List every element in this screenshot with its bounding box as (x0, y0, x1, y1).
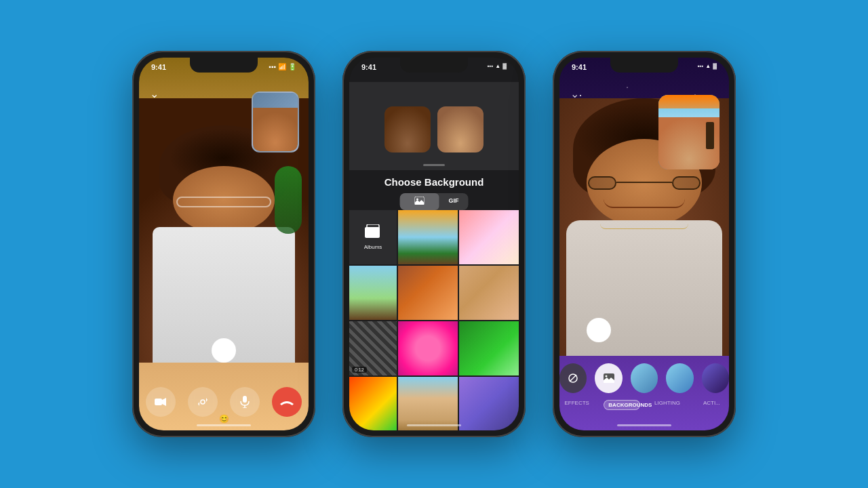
actions-label: ACTI... (694, 400, 729, 410)
signal-icon: ▪▪▪ (269, 63, 276, 70)
caller-thumb-1[interactable] (384, 106, 431, 152)
wifi-icon: 📶 (278, 63, 286, 70)
bg-option-1[interactable] (631, 363, 658, 393)
home-indicator-1 (197, 424, 251, 426)
bg-option-3[interactable] (702, 363, 729, 393)
photo-sky[interactable] (398, 210, 458, 264)
video-button[interactable] (146, 387, 176, 417)
svg-line-12 (570, 375, 576, 382)
photo-leaf[interactable] (459, 321, 519, 375)
svg-rect-3 (243, 396, 247, 403)
bg-option-2[interactable] (666, 363, 693, 393)
lighting-label: LIGHTING (650, 400, 684, 410)
signal-icon-2: ▪▪▪ (488, 63, 494, 69)
end-call-button[interactable] (272, 387, 302, 417)
phone-3: 9:41 ▪▪▪ ▲ ▓ ⌄ (553, 51, 736, 437)
current-bg-button[interactable] (595, 363, 622, 393)
photo-pastry[interactable] (459, 266, 519, 320)
white-circle (212, 338, 236, 363)
home-indicator-2 (407, 424, 461, 426)
photo-cafe[interactable] (459, 210, 519, 264)
status-bar-3: 9:41 ▪▪▪ ▲ ▓ (559, 58, 729, 82)
photo-flower[interactable] (398, 321, 458, 375)
battery-icon: 🔋 (288, 63, 296, 70)
video-duration-badge: 0:12 (352, 367, 367, 373)
effects-label: EFFECTS (559, 400, 594, 410)
battery-icon-3: ▓ (713, 63, 717, 69)
svg-point-14 (605, 375, 607, 378)
notch-1 (190, 58, 258, 73)
status-time-2: 9:41 (361, 63, 376, 71)
photos-tab[interactable] (400, 193, 439, 210)
sheet-drag-handle (423, 164, 445, 166)
back-chevron[interactable]: ⌄ (150, 87, 159, 100)
effect-indicator (587, 318, 611, 342)
pip-thumbnail-3[interactable] (658, 95, 719, 169)
status-time-1: 9:41 (151, 63, 166, 71)
status-time-3: 9:41 (572, 63, 587, 71)
svg-marker-1 (162, 398, 166, 406)
back-chevron-3[interactable]: ⌄ (570, 87, 579, 100)
pip-thumbnail[interactable] (252, 92, 299, 152)
effect-buttons-row (559, 363, 729, 393)
media-type-tabs[interactable]: GIF (400, 193, 469, 210)
phone-1: 9:41 ▪▪▪ 📶 🔋 (132, 51, 315, 437)
photo-dog[interactable] (398, 377, 458, 430)
call-controls (139, 387, 309, 417)
albums-label: Albums (364, 244, 382, 250)
svg-point-2 (201, 400, 205, 404)
phone-2: 9:41 ▪▪▪ ▲ ▓ Choose Background (342, 51, 526, 437)
albums-icon (365, 224, 381, 241)
notch-2 (400, 58, 468, 73)
wifi-icon-2: ▲ (495, 63, 500, 69)
gif-tab[interactable]: GIF (439, 193, 469, 210)
choose-bg-title: Choose Background (349, 176, 519, 188)
photo-crafts[interactable] (459, 377, 519, 430)
photo-fruit[interactable] (349, 377, 397, 430)
photo-field[interactable] (349, 266, 397, 320)
toolbar-labels: EFFECTS BACKGROUNDS LIGHTING ACTI... (559, 400, 729, 410)
effects-toolbar: EFFECTS BACKGROUNDS LIGHTING ACTI... (559, 363, 729, 410)
wifi-icon-3: ▲ (705, 63, 711, 69)
svg-rect-0 (155, 399, 162, 405)
photo-grid: Albums 0:12 (349, 210, 519, 430)
backgrounds-label[interactable]: BACKGROUNDS (604, 400, 640, 410)
no-effect-button[interactable] (559, 363, 587, 393)
photo-plaid[interactable]: 0:12 (349, 321, 397, 375)
status-icons-3: ▪▪▪ ▲ ▓ (698, 63, 717, 69)
status-icons-2: ▪▪▪ ▲ ▓ (488, 63, 507, 69)
photo-food[interactable] (398, 266, 458, 320)
svg-marker-8 (415, 200, 425, 205)
signal-icon-3: ▪▪▪ (698, 63, 704, 69)
caller-thumb-2[interactable] (437, 106, 484, 152)
call-thumbnails (349, 82, 519, 170)
status-icons-1: ▪▪▪ 📶 🔋 (269, 63, 296, 70)
home-indicator-3 (617, 424, 671, 426)
mute-button[interactable] (230, 387, 260, 417)
flip-camera-button[interactable] (188, 387, 218, 417)
albums-button[interactable]: Albums (349, 210, 397, 264)
battery-icon-2: ▓ (502, 63, 507, 69)
